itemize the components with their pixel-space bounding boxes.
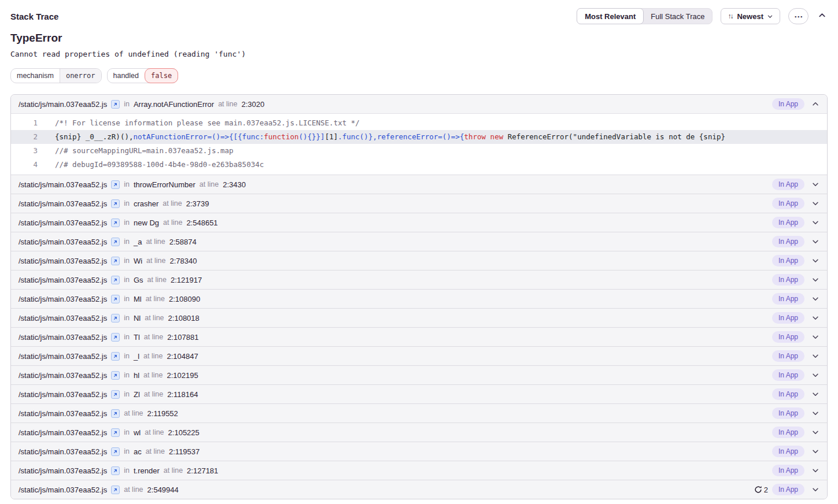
frame-chevron-icon[interactable] [811,238,819,246]
frame-path: /static/js/main.037eaa52.js [19,238,107,246]
frame-line-number: 2:104847 [167,352,198,361]
frame-chevron-icon[interactable] [811,486,819,494]
frame-header[interactable]: /static/js/main.037eaa52.js in wl at lin… [11,423,827,442]
frame-atline-label: at line [146,447,165,455]
frame-chevron-icon[interactable] [811,314,819,322]
frame-header[interactable]: /static/js/main.037eaa52.js in throwErro… [11,175,827,194]
frame-header[interactable]: /static/js/main.037eaa52.js at line 2:11… [11,404,827,423]
frame-atline-label: at line [145,428,164,436]
external-link-icon[interactable] [111,409,120,418]
frame-chevron-icon[interactable] [811,100,819,108]
frame-header[interactable]: /static/js/main.037eaa52.js in ac at lin… [11,442,827,461]
frame-chevron-icon[interactable] [811,180,819,188]
frame-header[interactable]: /static/js/main.037eaa52.js in Ml at lin… [11,290,827,308]
stack-frame: /static/js/main.037eaa52.js in _a at lin… [11,232,827,251]
frame-in-label: in [124,218,130,227]
frame-path: /static/js/main.037eaa52.js [19,180,107,189]
frame-function: Array.notAFunctionError [134,100,214,109]
frame-atline-label: at line [143,371,163,379]
frame-chevron-icon[interactable] [811,199,819,207]
frame-header[interactable]: /static/js/main.037eaa52.js in crasher a… [11,194,827,213]
frame-header[interactable]: /static/js/main.037eaa52.js in _a at lin… [11,232,827,251]
frame-chevron-icon[interactable] [811,218,819,227]
frame-in-label: in [124,257,130,265]
external-link-icon[interactable] [111,447,120,456]
frame-chevron-icon[interactable] [811,276,819,284]
frame-header[interactable]: /static/js/main.037eaa52.js in Wi at lin… [11,251,827,270]
frame-chevron-icon[interactable] [811,352,819,360]
frame-function: Tl [134,333,140,342]
external-link-icon[interactable] [111,390,120,399]
frame-in-label: in [124,276,130,284]
frame-chevron-icon[interactable] [811,371,819,379]
page-title: Stack Trace [10,12,58,21]
frame-chevron-icon[interactable] [811,390,819,398]
frame-header[interactable]: /static/js/main.037eaa52.js in _l at lin… [11,347,827,365]
frame-chevron-icon[interactable] [811,257,819,265]
frame-header[interactable]: /static/js/main.037eaa52.js in Tl at lin… [11,328,827,346]
frame-header[interactable]: /static/js/main.037eaa52.js in new Dg at… [11,213,827,232]
external-link-icon[interactable] [111,352,120,361]
frame-header[interactable]: /static/js/main.037eaa52.js in t.render … [11,461,827,480]
frame-path: /static/js/main.037eaa52.js [19,276,107,284]
external-link-icon[interactable] [111,371,120,380]
frame-header[interactable]: /static/js/main.037eaa52.js in Nl at lin… [11,309,827,327]
frame-chevron-icon[interactable] [811,466,819,475]
tag-pill[interactable]: mechanism onerror [10,68,102,83]
frame-path: /static/js/main.037eaa52.js [19,466,107,475]
frame-chevron-icon[interactable] [811,428,819,436]
sort-arrows-icon: ↑↓ [728,12,732,20]
frame-atline-label: at line [124,409,143,417]
frame-in-label: in [124,371,130,379]
frame-header[interactable]: /static/js/main.037eaa52.js at line 2:54… [11,480,827,499]
frame-path: /static/js/main.037eaa52.js [19,428,107,437]
frame-header[interactable]: /static/js/main.037eaa52.js in hl at lin… [11,366,827,384]
frame-path: /static/js/main.037eaa52.js [19,218,107,227]
frame-in-label: in [124,428,130,436]
frame-chevron-icon[interactable] [811,333,819,341]
frame-header[interactable]: /static/js/main.037eaa52.js in Zl at lin… [11,385,827,403]
in-app-badge: In App [772,312,804,324]
frame-repeat-count: 2 [754,486,768,494]
external-link-icon[interactable] [111,257,120,265]
frame-function: Nl [134,314,141,323]
frame-header[interactable]: /static/js/main.037eaa52.js in Gs at lin… [11,270,827,289]
frame-in-label: in [124,447,130,455]
frame-function: ac [134,447,142,456]
external-link-icon[interactable] [111,218,120,227]
external-link-icon[interactable] [111,100,120,109]
frame-function: Zl [134,390,140,399]
frame-atline-label: at line [164,466,183,475]
frame-chevron-icon[interactable] [811,409,819,417]
collapse-section-button[interactable] [817,10,828,23]
external-link-icon[interactable] [111,486,120,494]
code-line-source: /*! For license information please see m… [38,116,360,130]
external-link-icon[interactable] [111,276,120,284]
tag-pill[interactable]: handled false [107,68,179,83]
external-link-icon[interactable] [111,466,120,475]
toggle-most-relevant[interactable]: Most Relevant [577,8,644,24]
frame-chevron-icon[interactable] [811,295,819,303]
external-link-icon[interactable] [111,295,120,303]
external-link-icon[interactable] [111,333,120,342]
chevron-up-icon [818,11,826,21]
frame-chevron-icon[interactable] [811,447,819,455]
header-controls: Most Relevant Full Stack Trace ↑↓ Newest… [577,8,828,24]
more-options-button[interactable]: ⋯ [788,8,809,24]
external-link-icon[interactable] [111,238,120,246]
frame-in-label: in [124,333,130,341]
frame-atline-label: at line [146,295,165,303]
frame-atline-label: at line [144,390,163,398]
frame-atline-label: at line [200,180,219,188]
code-line-number: 2 [11,130,38,144]
tag-value: false [145,68,178,83]
toggle-full-stack-trace[interactable]: Full Stack Trace [643,9,712,24]
frame-path: /static/js/main.037eaa52.js [19,257,107,265]
sort-newest-button[interactable]: ↑↓ Newest [721,8,780,24]
external-link-icon[interactable] [111,199,120,208]
frame-header[interactable]: /static/js/main.037eaa52.js in Array.not… [11,95,827,113]
external-link-icon[interactable] [111,428,120,437]
external-link-icon[interactable] [111,180,120,189]
external-link-icon[interactable] [111,314,120,323]
code-line: 1 /*! For license information please see… [11,116,827,130]
